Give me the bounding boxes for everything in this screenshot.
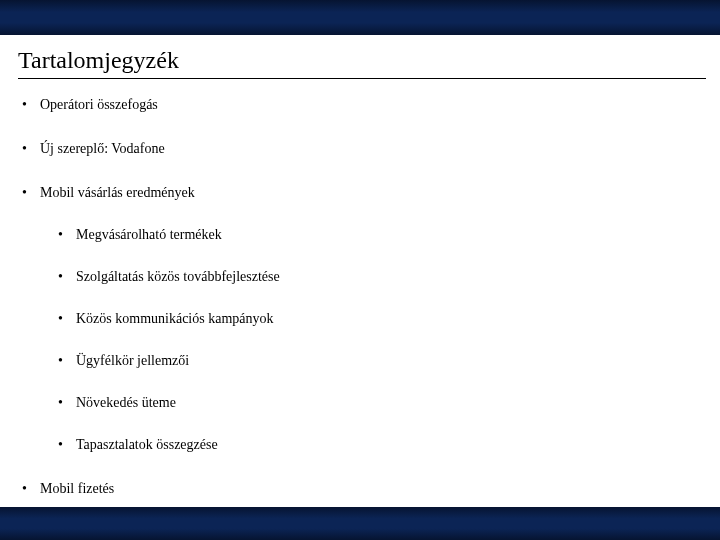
toc-item: Mobil vásárlás eredmények Megvásárolható… [18,185,706,453]
content-area: Tartalomjegyzék Operátori összefogás Új … [0,35,720,507]
slide-title: Tartalomjegyzék [18,47,706,74]
toc-subitem: Tapasztalatok összegzése [40,437,706,453]
toc-list: Operátori összefogás Új szereplő: Vodafo… [18,97,706,497]
toc-subitem-label: Növekedés üteme [76,395,176,410]
toc-subitem: Növekedés üteme [40,395,706,411]
toc-subitem-label: Szolgáltatás közös továbbfejlesztése [76,269,280,284]
toc-subitem-label: Ügyfélkör jellemzői [76,353,189,368]
toc-item-label: Mobil vásárlás eredmények [40,185,195,200]
toc-item: Új szereplő: Vodafone [18,141,706,157]
toc-subitem: Ügyfélkör jellemzői [40,353,706,369]
toc-item-label: Mobil fizetés [40,481,114,496]
top-band [0,0,720,35]
toc-item-label: Új szereplő: Vodafone [40,141,165,156]
slide: Tartalomjegyzék Operátori összefogás Új … [0,0,720,540]
toc-sublist: Megvásárolható termékek Szolgáltatás köz… [40,227,706,453]
title-rule [18,78,706,79]
toc-item: Operátori összefogás [18,97,706,113]
toc-subitem-label: Közös kommunikációs kampányok [76,311,274,326]
toc-item-label: Operátori összefogás [40,97,158,112]
toc-subitem-label: Tapasztalatok összegzése [76,437,218,452]
toc-subitem: Megvásárolható termékek [40,227,706,243]
toc-item: Mobil fizetés [18,481,706,497]
toc-subitem: Szolgáltatás közös továbbfejlesztése [40,269,706,285]
toc-subitem: Közös kommunikációs kampányok [40,311,706,327]
bottom-band [0,507,720,540]
toc-subitem-label: Megvásárolható termékek [76,227,222,242]
